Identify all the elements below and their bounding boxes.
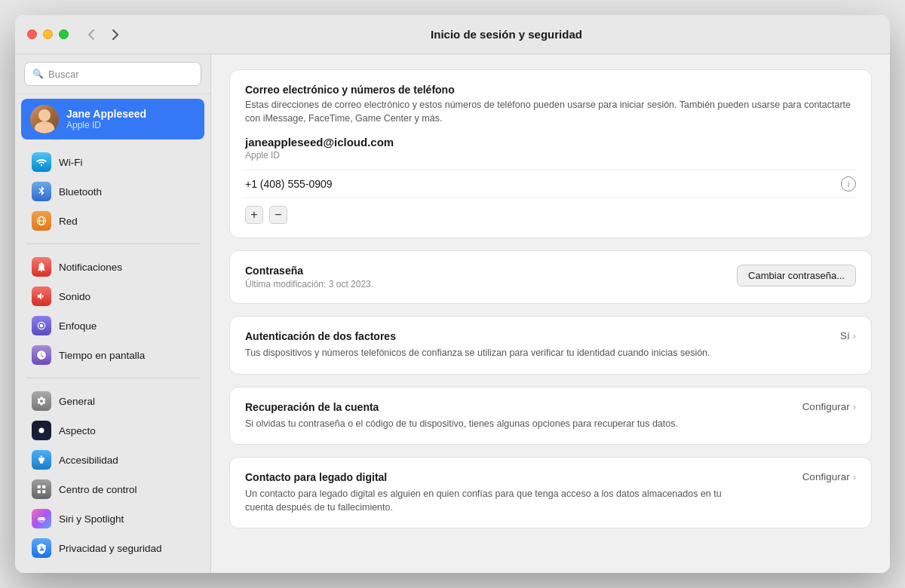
minimize-button[interactable] <box>43 29 53 39</box>
legacy-configure-label: Configurar <box>802 471 850 482</box>
sidebar-item-label-bluetooth: Bluetooth <box>59 186 102 198</box>
twofa-desc: Tus dispositivos y números telefónicos d… <box>245 347 710 360</box>
forward-button[interactable] <box>105 24 126 45</box>
twofa-title: Autenticación de dos factores <box>245 330 710 342</box>
sidebar-item-user[interactable]: Jane Appleseed Apple ID <box>21 99 204 139</box>
sidebar-section-2: Notificaciones Sonido Enfoque <box>15 249 210 373</box>
email-card-title: Correo electrónico y números de teléfono <box>245 84 856 96</box>
recovery-configure-label: Configurar <box>802 401 850 412</box>
svg-rect-8 <box>42 490 45 493</box>
twofa-row: Autenticación de dos factores Tus dispos… <box>245 330 856 360</box>
legacy-desc: Un contacto para legado digital es algui… <box>245 488 728 514</box>
sidebar-item-control-center[interactable]: Centro de control <box>21 475 204 504</box>
sidebar-item-label-wifi: Wi-Fi <box>59 157 82 168</box>
sidebar-item-general[interactable]: General <box>21 387 204 415</box>
sidebar-item-privacy[interactable]: Privacidad y seguridad <box>21 534 204 562</box>
close-button[interactable] <box>27 29 37 39</box>
sidebar-item-siri[interactable]: Siri y Spotlight <box>21 504 204 533</box>
user-info: Jane Appleseed Apple ID <box>66 108 195 130</box>
recovery-chevron-icon: › <box>853 401 856 412</box>
bluetooth-icon <box>32 182 51 201</box>
sidebar-item-wifi[interactable]: Wi-Fi <box>21 148 204 176</box>
screentime-icon <box>32 345 51 365</box>
sidebar-item-focus[interactable]: Enfoque <box>21 311 204 340</box>
focus-icon <box>32 316 51 335</box>
sidebar-item-appearance[interactable]: Aspecto <box>21 416 204 445</box>
twofa-info: Autenticación de dos factores Tus dispos… <box>245 330 710 360</box>
content-area: Correo electrónico y números de teléfono… <box>211 54 890 573</box>
twofa-chevron-icon: › <box>853 330 856 341</box>
svg-rect-5 <box>38 485 41 488</box>
notifications-icon <box>32 257 51 277</box>
phone-row: +1 (408) 555-0909 i <box>245 170 856 198</box>
svg-rect-7 <box>38 490 41 493</box>
twofa-status: Sí › <box>840 330 856 341</box>
action-buttons: + − <box>245 198 856 224</box>
user-name: Jane Appleseed <box>66 108 195 120</box>
main-layout: 🔍 Buscar Jane Appleseed Apple ID <box>15 54 890 573</box>
sidebar-item-label-control: Centro de control <box>59 484 137 495</box>
password-date: Última modificación: 3 oct 2023. <box>245 279 373 289</box>
sidebar-item-label-sound: Sonido <box>59 291 90 302</box>
password-info: Contraseña Última modificación: 3 oct 20… <box>245 265 373 289</box>
nav-arrows <box>81 24 126 45</box>
phone-info-button[interactable]: i <box>841 176 856 191</box>
password-title: Contraseña <box>245 265 373 277</box>
svg-point-9 <box>38 517 44 521</box>
sidebar-item-label-accessibility: Accesibilidad <box>59 455 118 466</box>
sidebar-item-label-appearance: Aspecto <box>59 425 96 436</box>
phone-number: +1 (408) 555-0909 <box>245 178 333 190</box>
two-factor-card[interactable]: Autenticación de dos factores Tus dispos… <box>229 316 872 375</box>
search-box[interactable]: 🔍 Buscar <box>24 62 201 86</box>
recovery-title: Recuperación de la cuenta <box>245 401 678 413</box>
sidebar-divider-1 <box>26 243 200 244</box>
change-password-button[interactable]: Cambiar contraseña... <box>737 265 856 286</box>
siri-icon <box>32 509 51 528</box>
sidebar-item-label-siri: Siri y Spotlight <box>59 513 124 525</box>
legacy-chevron-icon: › <box>853 471 856 482</box>
sidebar-section-3: General Aspecto Accesibilidad <box>15 383 210 566</box>
traffic-lights <box>27 29 69 39</box>
email-phone-card: Correo electrónico y números de teléfono… <box>229 69 872 238</box>
email-address: janeappleseed@icloud.com <box>245 136 856 149</box>
svg-point-3 <box>39 428 44 433</box>
sidebar-item-network[interactable]: Red <box>21 207 204 235</box>
sidebar-item-sound[interactable]: Sonido <box>21 282 204 311</box>
sidebar: 🔍 Buscar Jane Appleseed Apple ID <box>15 54 211 573</box>
recovery-card[interactable]: Recuperación de la cuenta Si olvidas tu … <box>229 387 872 446</box>
user-subtitle: Apple ID <box>66 120 195 130</box>
password-card: Contraseña Última modificación: 3 oct 20… <box>229 250 872 304</box>
sidebar-section-network: Wi-Fi Bluetooth Red <box>15 144 210 239</box>
password-row: Contraseña Última modificación: 3 oct 20… <box>245 265 856 289</box>
general-icon <box>32 391 51 411</box>
wifi-icon <box>32 152 51 172</box>
back-button[interactable] <box>81 24 102 45</box>
search-container: 🔍 Buscar <box>15 54 210 94</box>
sidebar-item-accessibility[interactable]: Accesibilidad <box>21 446 204 474</box>
legacy-info: Contacto para legado digital Un contacto… <box>245 471 728 514</box>
legacy-card[interactable]: Contacto para legado digital Un contacto… <box>229 457 872 528</box>
sidebar-item-bluetooth[interactable]: Bluetooth <box>21 177 204 206</box>
legacy-title: Contacto para legado digital <box>245 471 728 483</box>
recovery-desc: Si olvidas tu contraseña o el código de … <box>245 418 678 431</box>
svg-rect-6 <box>42 485 45 488</box>
maximize-button[interactable] <box>59 29 69 39</box>
sidebar-item-screentime[interactable]: Tiempo en pantalla <box>21 341 204 369</box>
sidebar-item-label-notif: Notificaciones <box>59 262 122 273</box>
appearance-icon <box>32 421 51 440</box>
legacy-row: Contacto para legado digital Un contacto… <box>245 471 856 514</box>
network-icon <box>32 211 51 231</box>
avatar <box>30 105 59 133</box>
sidebar-item-label-screentime: Tiempo en pantalla <box>59 350 145 361</box>
sidebar-divider-2 <box>26 378 200 378</box>
sidebar-item-label-focus: Enfoque <box>59 320 97 332</box>
control-center-icon <box>32 479 51 499</box>
recovery-row: Recuperación de la cuenta Si olvidas tu … <box>245 401 856 431</box>
add-button[interactable]: + <box>245 206 263 224</box>
page-title: Inicio de sesión y seguridad <box>135 28 878 41</box>
remove-button[interactable]: − <box>269 206 287 224</box>
sidebar-item-label-network: Red <box>59 216 78 227</box>
sidebar-item-notifications[interactable]: Notificaciones <box>21 253 204 281</box>
sidebar-item-label-general: General <box>59 396 95 407</box>
email-type-label: Apple ID <box>245 150 856 161</box>
